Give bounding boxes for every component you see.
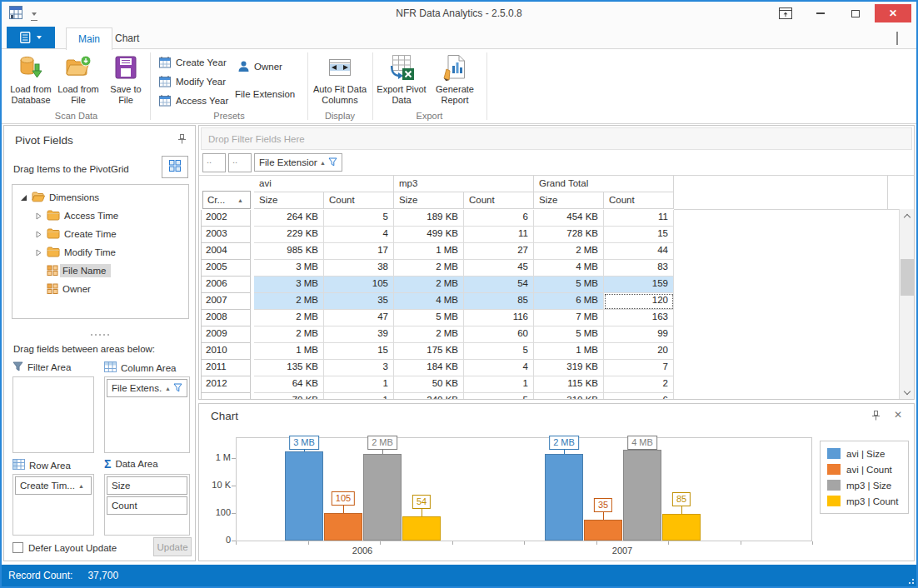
data-cell[interactable]: 4 MB xyxy=(534,260,604,277)
data-cell[interactable]: 70 KB xyxy=(254,393,324,399)
data-cell[interactable]: 175 KB xyxy=(394,343,464,360)
measure-header[interactable]: Size xyxy=(534,192,604,209)
data-cell[interactable]: 83 xyxy=(604,260,674,277)
data-cell[interactable]: 1 xyxy=(324,376,394,393)
export-pivot-data-button[interactable]: Export Pivot Data xyxy=(376,52,427,106)
data-cell[interactable]: 115 KB xyxy=(534,376,604,393)
column-area-box[interactable]: File Extens...▲ xyxy=(104,376,190,453)
tree-item-dimensions[interactable]: Dimensions xyxy=(12,188,188,207)
column-field-button[interactable]: File Extension ▲ xyxy=(254,153,342,172)
data-cell[interactable]: 99 xyxy=(604,326,674,343)
row-header-cell[interactable]: 2006 xyxy=(201,277,251,293)
update-button[interactable]: Update xyxy=(153,537,192,556)
data-cell[interactable]: 1 xyxy=(464,376,534,393)
measure-header[interactable]: Count xyxy=(604,192,674,209)
data-cell[interactable]: 116 xyxy=(464,310,534,326)
data-cell[interactable]: 3 xyxy=(324,360,394,376)
corner-button[interactable]: .. xyxy=(228,153,252,172)
file-extension-button[interactable]: File Extension xyxy=(235,86,295,102)
data-cell[interactable]: 5 MB xyxy=(394,310,464,326)
expander-collapsed-icon[interactable] xyxy=(34,231,42,238)
tree-item-access-time[interactable]: Access Time xyxy=(12,207,188,225)
application-menu-button[interactable] xyxy=(7,27,55,48)
legend-item-mp3-count[interactable]: mp3 | Count xyxy=(827,496,901,506)
column-group-header-grand-total[interactable]: Grand Total xyxy=(534,176,674,192)
create-year-button[interactable]: Create Year xyxy=(158,54,227,71)
row-header-cell[interactable]: 2011 xyxy=(201,360,251,376)
measure-header[interactable]: Count xyxy=(464,192,534,209)
data-cell[interactable]: 728 KB xyxy=(534,227,604,243)
row-header-cell[interactable]: 2003 xyxy=(201,227,251,243)
pin-icon[interactable] xyxy=(871,411,881,423)
data-cell[interactable]: 54 xyxy=(464,277,534,293)
data-cell[interactable]: 11 xyxy=(604,210,674,227)
filter-icon[interactable] xyxy=(173,383,182,394)
load-from-database-button[interactable]: Load from Database xyxy=(7,52,55,106)
data-cell[interactable]: 985 KB xyxy=(254,243,324,260)
row-header-cell[interactable]: 2004 xyxy=(201,243,251,260)
data-cell[interactable]: 47 xyxy=(324,310,394,326)
row-field-button[interactable]: Cr... ▲ xyxy=(202,191,251,209)
panel-splitter[interactable] xyxy=(4,334,195,336)
corner-button[interactable]: .. xyxy=(202,153,226,172)
data-cell[interactable]: 3 MB xyxy=(254,260,324,277)
data-cell[interactable]: 5 xyxy=(464,343,534,360)
data-cell[interactable]: 5 xyxy=(464,393,534,399)
data-cell[interactable]: 39 xyxy=(324,326,394,343)
data-cell[interactable]: 2 MB xyxy=(394,260,464,277)
data-cell[interactable]: 7 xyxy=(604,360,674,376)
row-area-box[interactable]: Create Tim...▲ xyxy=(12,474,94,536)
row-header-cell[interactable]: 2002 xyxy=(201,210,251,227)
data-cell[interactable]: 2 MB xyxy=(394,326,464,343)
data-cell[interactable]: 6 MB xyxy=(534,293,604,310)
close-panel-icon[interactable]: ✕ xyxy=(894,409,902,421)
data-cell[interactable]: 85 xyxy=(464,293,534,310)
row-header-cell[interactable]: 2008 xyxy=(201,310,251,326)
row-header-cell[interactable]: 2009 xyxy=(201,326,251,343)
filter-icon[interactable] xyxy=(328,157,337,168)
row-header-cell[interactable]: 2010 xyxy=(201,343,251,360)
measure-header[interactable]: Size xyxy=(394,192,464,209)
data-cell[interactable]: 64 KB xyxy=(254,376,324,393)
data-cell[interactable]: 159 xyxy=(604,277,674,293)
column-group-header-mp3[interactable]: mp3 xyxy=(394,176,534,192)
scrollbar-thumb[interactable] xyxy=(901,259,914,296)
data-cell[interactable]: 240 KB xyxy=(394,393,464,399)
data-cell[interactable]: 163 xyxy=(604,310,674,326)
collapse-ribbon-icon[interactable] xyxy=(896,33,905,42)
tree-item-create-time[interactable]: Create Time xyxy=(12,225,188,243)
defer-layout-checkbox[interactable] xyxy=(12,542,23,553)
data-cell[interactable]: 310 KB xyxy=(534,393,604,399)
data-cell[interactable]: 229 KB xyxy=(254,227,324,243)
data-cell[interactable]: 35 xyxy=(324,293,394,310)
data-cell[interactable]: 6 xyxy=(464,210,534,227)
save-to-file-button[interactable]: Save to File xyxy=(105,52,147,106)
modify-year-button[interactable]: Modify Year xyxy=(158,73,226,90)
data-cell[interactable]: 1 MB xyxy=(394,243,464,260)
data-cell[interactable]: 1 xyxy=(324,393,394,399)
data-cell[interactable]: 15 xyxy=(324,343,394,360)
data-cell[interactable]: 15 xyxy=(604,227,674,243)
tree-item-file-name[interactable]: File Name xyxy=(12,262,188,280)
close-button[interactable]: ✕ xyxy=(875,4,911,22)
expander-collapsed-icon[interactable] xyxy=(34,212,42,220)
data-cell[interactable]: 5 MB xyxy=(534,277,604,293)
data-cell[interactable]: 5 xyxy=(324,210,394,227)
column-group-header-avi[interactable]: avi xyxy=(254,176,394,192)
expander-expanded-icon[interactable] xyxy=(19,194,27,202)
data-area-box[interactable]: SizeCount xyxy=(104,474,190,536)
data-cell[interactable]: 7 MB xyxy=(534,310,604,326)
tree-item-owner[interactable]: Owner xyxy=(12,280,188,298)
resize-grip[interactable] xyxy=(906,576,914,584)
filter-drop-zone[interactable]: Drop Filter Fields Here xyxy=(201,127,912,150)
data-cell[interactable]: 38 xyxy=(324,260,394,277)
measure-header[interactable]: Size xyxy=(254,192,324,209)
data-cell[interactable]: 27 xyxy=(464,243,534,260)
data-cell[interactable]: 50 KB xyxy=(394,376,464,393)
data-cell[interactable]: 45 xyxy=(464,260,534,277)
minimize-button[interactable] xyxy=(805,4,836,22)
row-header-cell[interactable]: 2012 xyxy=(201,376,251,393)
expander-collapsed-icon[interactable] xyxy=(34,249,42,257)
row-header-cell[interactable] xyxy=(201,393,251,399)
data-cell[interactable]: 319 KB xyxy=(534,360,604,376)
